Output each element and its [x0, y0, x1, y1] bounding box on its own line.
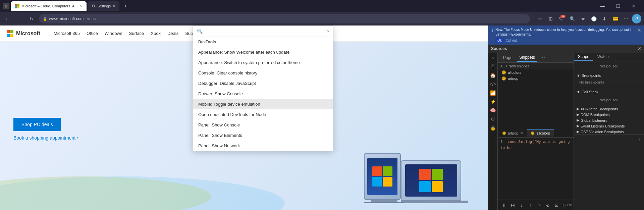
toolbar-icons: ☆ ⊞ 🛡 14 🔍 ★ 🕐 ⬇ 💳 ⋯ P — [535, 14, 641, 23]
left-icon-pointer[interactable]: ↖ — [489, 54, 497, 62]
dom-chevron-icon: ▶ — [577, 112, 579, 117]
downloads-icon[interactable]: ⬇ — [600, 14, 609, 23]
nav-link-office[interactable]: Office — [87, 31, 98, 36]
star-icon[interactable]: ☆ — [535, 14, 545, 23]
back-button[interactable]: ← — [3, 14, 12, 23]
minimize-button[interactable]: — — [595, 0, 610, 12]
url-suffix: en-us — [86, 16, 96, 21]
left-icon-device[interactable]: 📱 — [489, 63, 497, 70]
forward-button[interactable]: → — [15, 14, 24, 23]
history-icon[interactable]: 🕐 — [589, 14, 598, 23]
tab-page[interactable]: Page — [500, 54, 515, 61]
tab-close-settings[interactable]: ✕ — [113, 4, 115, 8]
file-tab-artpop-close[interactable]: ✕ — [520, 131, 523, 135]
dropdown-item-panel-network[interactable]: Panel: Show Network — [193, 141, 333, 151]
tab-microsoft[interactable]: Microsoft – Cloud, Computers, A... ✕ — [11, 1, 87, 11]
event-label: Event Listener Breakpoints — [581, 124, 625, 128]
ms-logo[interactable]: Microsoft — [7, 30, 40, 37]
info-icon: ℹ — [492, 28, 493, 33]
breakpoints-chevron-icon: ▼ — [577, 73, 580, 77]
tab-settings[interactable]: ⚙ Settings ✕ — [88, 1, 120, 11]
left-icon-network[interactable]: 📶 — [489, 89, 497, 97]
close-button[interactable]: ✕ — [626, 0, 641, 12]
nav-link-surface[interactable]: Surface — [129, 31, 144, 36]
url-bar[interactable]: 🔒 www.microsoft.com en-us — [39, 14, 530, 23]
code-editor[interactable]: 1 console.log('My app is going to be — [498, 138, 574, 200]
left-icon-application[interactable]: ⚙ — [489, 115, 497, 123]
toolbar-deactivate[interactable]: ⊘ — [544, 201, 551, 209]
toolbar-pause[interactable]: ⏸ — [500, 201, 508, 209]
file-tab-allcolors[interactable]: J allcolors — [527, 129, 554, 137]
global-listeners-item[interactable]: ▶ Global Listeners — [574, 117, 644, 123]
toolbar-step-into[interactable]: ↓ — [518, 201, 525, 209]
file-tab-artpop[interactable]: J artpop ✕ — [498, 130, 527, 137]
favorites-icon[interactable]: ★ — [578, 14, 588, 23]
dropdown-search-input[interactable] — [205, 29, 324, 34]
code-line-1: 1 console.log('My app is going to be — [498, 139, 574, 151]
tab-bar: ⊞ Microsoft – Cloud, Computers, A... ✕ ⚙… — [0, 0, 644, 12]
event-listener-item[interactable]: ▶ Event Listener Breakpoints — [574, 123, 644, 129]
wallet-icon[interactable]: 💳 — [610, 14, 620, 23]
devices-area — [364, 153, 468, 203]
toolbar-step[interactable]: ↷ — [535, 201, 543, 209]
browser-badge-icon[interactable]: 🛡 14 — [557, 14, 566, 23]
tab-close-microsoft[interactable]: ✕ — [80, 4, 83, 8]
dropdown-item-panel-elements[interactable]: Panel: Show Elements — [193, 130, 333, 141]
csp-breakpoints-item[interactable]: ▶ CSP Violation Breakpoints — [574, 129, 644, 135]
svg-rect-3 — [17, 6, 20, 9]
dropdown-item-mobile-toggle[interactable]: Mobile: Toggle device emulation — [193, 99, 333, 109]
new-snippet-button[interactable]: + + New snippet — [498, 63, 574, 69]
shop-pc-deals-button[interactable]: Shop PC deals — [13, 118, 61, 131]
nav-link-windows[interactable]: Windows — [105, 31, 122, 36]
devtools-close-button[interactable]: ✕ — [637, 46, 641, 51]
breakpoints-header[interactable]: ▼ Breakpoints — [574, 72, 644, 79]
watch-tab[interactable]: Watch — [593, 53, 613, 61]
run-snippet-button[interactable]: ▷ Ctrl+Enter — [560, 202, 574, 208]
nav-link-deals[interactable]: Deals — [167, 31, 178, 36]
zoom-icon[interactable]: 🔍 — [568, 14, 577, 23]
nav-link-xbox[interactable]: Xbox — [151, 31, 161, 36]
dropdown-item-devtools[interactable]: DevTools — [193, 37, 333, 47]
xhr-breakpoints-item[interactable]: ▶ XHR/fetch Breakpoints — [574, 106, 644, 112]
new-tab-button[interactable]: + — [121, 1, 130, 11]
left-icon-source[interactable]: </> — [489, 81, 497, 88]
left-icon-security[interactable]: 🔒 — [489, 124, 497, 132]
add-breakpoint-button[interactable]: + — [638, 136, 641, 142]
toolbar-step-out[interactable]: ↑ — [527, 201, 534, 209]
more-icon[interactable]: ⋯ — [621, 14, 631, 23]
nav-link-microsoft365[interactable]: Microsoft 365 — [54, 31, 80, 36]
dropdown-item-drawer-console[interactable]: Drawer: Show Console — [193, 89, 333, 99]
scope-tab[interactable]: Scope — [574, 53, 593, 61]
toolbar-step-over[interactable]: ⏭ — [509, 201, 517, 209]
allcolors-icon: J — [502, 70, 506, 74]
dropdown-item-console-clear[interactable]: Console: Clear console history — [193, 68, 333, 78]
devtools-debug-toolbar: ⏸ ⏭ ↓ ↑ ↷ ⊘ ⊡ — [500, 201, 560, 209]
snippets-more-button[interactable]: ⋯ — [540, 55, 545, 60]
left-icon-home[interactable]: 🏠 — [489, 72, 497, 79]
file-artnop[interactable]: J artnop — [498, 75, 574, 82]
file-allcolors[interactable]: J allcolors — [498, 69, 574, 75]
dropdown-item-appearance-theme[interactable]: Appearance: Switch to system preferred c… — [193, 57, 333, 68]
collections-icon[interactable]: ⊞ — [546, 14, 555, 23]
dropdown-item-open-node[interactable]: Open dedicated DevTools for Node — [193, 109, 333, 120]
toolbar-toggle[interactable]: ⊡ — [553, 201, 560, 209]
plus-icon: + — [500, 64, 502, 68]
left-icon-performance[interactable]: ⚡ — [489, 98, 497, 105]
callstack-header[interactable]: ▼ Call Stack — [574, 89, 644, 95]
dropdown-item-debugger-disable[interactable]: Debugger: Disable JavaScript — [193, 78, 333, 89]
book-shopping-link[interactable]: Book a shopping appointment › — [13, 135, 78, 141]
refresh-button[interactable]: ↻ — [27, 14, 36, 23]
dropdown-item-panel-console[interactable]: Panel: Show Console — [193, 120, 333, 130]
tab-snippets[interactable]: Snippets — [517, 54, 538, 62]
dom-label: DOM Breakpoints — [581, 113, 610, 117]
info-close-icon[interactable]: ✕ — [637, 28, 641, 33]
left-icon-memory[interactable]: 🧠 — [489, 107, 497, 114]
opt-out-label[interactable]: Opt out — [506, 39, 517, 42]
ok-button[interactable]: Ok — [495, 38, 504, 43]
ms-nav-links: Microsoft 365 Office Windows Surface Xbo… — [54, 31, 201, 36]
left-icon-add[interactable]: + — [489, 201, 497, 209]
dropdown-item-appearance-welcome[interactable]: Appearance: Show Welcome after each upda… — [193, 47, 333, 57]
dom-breakpoints-item[interactable]: ▶ DOM Breakpoints — [574, 112, 644, 117]
restore-button[interactable]: ❐ — [610, 0, 626, 12]
profile-button[interactable]: P — [632, 14, 641, 23]
